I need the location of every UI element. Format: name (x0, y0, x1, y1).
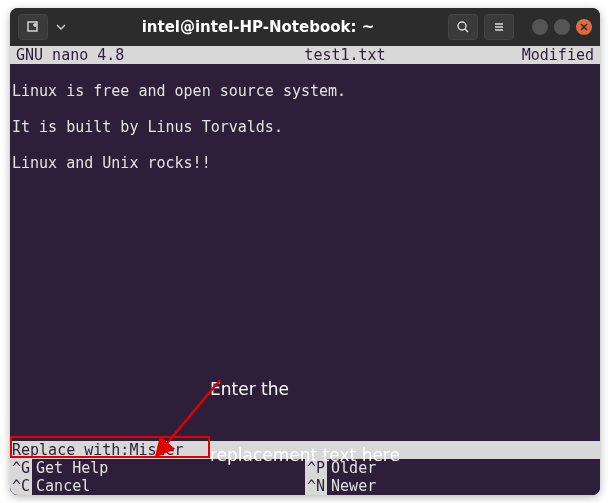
titlebar: intel@intel-HP-Notebook: ~ (10, 8, 600, 46)
close-button[interactable] (576, 19, 592, 35)
nano-version: GNU nano 4.8 (16, 46, 216, 64)
nano-filename: test1.txt (216, 46, 474, 64)
terminal-body[interactable]: GNU nano 4.8 test1.txt Modified Linux is… (10, 46, 600, 495)
editor-line: It is built by Linus Torvalds. (12, 118, 283, 136)
annotation-callout: Enter the replacement text here (210, 334, 400, 495)
prompt-value: Mister (129, 441, 183, 459)
tab-dropdown-icon[interactable] (54, 14, 68, 40)
svg-point-3 (458, 22, 466, 30)
editor-body[interactable]: Linux is free and open source system. It… (10, 64, 600, 441)
shortcut-label: Get Help (36, 459, 108, 477)
annotation-line: replacement text here (210, 444, 400, 466)
nano-status: Modified (474, 46, 594, 64)
shortcut-key: ^C (10, 477, 32, 495)
prompt-label: Replace with: (12, 441, 129, 459)
new-tab-button[interactable] (18, 14, 48, 40)
terminal-window: intel@intel-HP-Notebook: ~ (10, 8, 600, 495)
editor-line: Linux and Unix rocks!! (12, 154, 211, 172)
menu-button[interactable] (484, 14, 514, 40)
maximize-button[interactable] (554, 19, 570, 35)
annotation-line: Enter the (210, 378, 400, 400)
search-button[interactable] (448, 14, 478, 40)
editor-line: Linux is free and open source system. (12, 82, 346, 100)
svg-line-4 (465, 29, 468, 32)
nano-header: GNU nano 4.8 test1.txt Modified (10, 46, 600, 64)
shortcut-label: Cancel (36, 477, 90, 495)
window-title: intel@intel-HP-Notebook: ~ (74, 18, 442, 36)
minimize-button[interactable] (532, 19, 548, 35)
shortcut-key: ^G (10, 459, 32, 477)
